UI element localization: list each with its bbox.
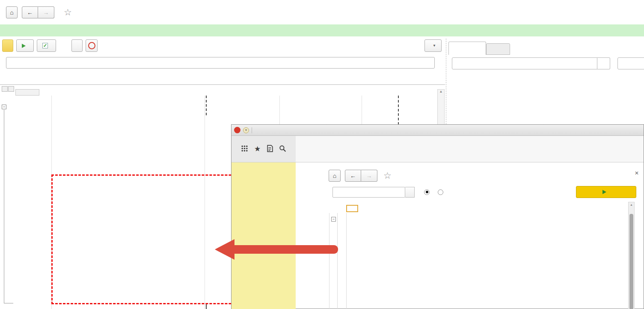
status-banner [0,24,644,36]
screen: ⌂ ← → ☆ ✓ ▼ − [0,0,644,309]
outline-bracket [4,110,4,303]
play-icon [602,190,606,194]
apps-menu-icon[interactable] [241,145,248,153]
generate-button[interactable] [576,186,636,198]
tab-fields[interactable] [486,43,510,55]
help-icon [88,42,95,49]
toolbar: ✓ ▼ [0,36,445,55]
annotation-arrow [234,245,338,254]
scrollbar-thumb[interactable] [629,214,633,309]
fulltext-search-input[interactable] [617,57,644,69]
search-icon[interactable] [279,145,286,153]
play-icon [22,44,26,48]
favorite-star-icon[interactable]: ☆ [64,7,72,18]
movements-report[interactable]: − ▲ [326,202,644,309]
page-break-line [206,96,207,115]
save-and-close-button[interactable] [2,39,13,52]
erp-tabbar: ★ [231,136,644,162]
erp-favorite-star-icon[interactable]: ☆ [383,171,392,181]
1c-logo-icon [234,127,240,133]
history-nav: ← → [22,6,54,18]
row-headers [15,96,39,309]
radio-horizontal[interactable] [438,189,443,195]
panel-divider[interactable] [446,39,446,124]
erp-panel-tools: ★ [231,136,296,162]
group-level-1-button[interactable] [2,86,8,92]
erp-titlebar[interactable]: ▼ [231,125,644,136]
tab-scenarios[interactable] [448,42,486,55]
erp-back-button[interactable]: ← [345,170,361,182]
forward-icon: → [43,9,49,16]
top-navbar: ⌂ ← → ☆ [0,0,644,24]
run-button[interactable] [16,39,34,52]
report-vertical-scrollbar[interactable]: ▲ [628,202,635,309]
erp-sections-sidebar [231,162,296,309]
more-button[interactable]: ▼ [424,39,442,52]
erp-home-button[interactable]: ⌂ [329,170,341,182]
system-menu-icon[interactable]: ▼ [243,127,249,133]
document-picker-button[interactable] [405,187,415,198]
back-icon: ← [27,9,33,16]
radio-vertical[interactable] [424,189,430,195]
home-icon: ⌂ [10,9,13,16]
right-panel [448,39,644,124]
corner-cell[interactable] [15,89,39,96]
back-button[interactable]: ← [22,6,38,18]
page-break-line [398,96,399,125]
group-level-2-button[interactable] [8,86,14,92]
erp-form-nav: ⌂ ← → ☆ [329,170,396,182]
forward-button[interactable]: → [38,6,54,18]
history-icon[interactable] [267,145,273,153]
close-button[interactable] [71,39,83,52]
annotation-arrow-head [215,239,234,260]
help-button[interactable] [86,39,98,52]
erp-window: ▼ ★ ⌂ ← → ☆ ✕ [231,124,644,309]
id-input[interactable] [6,57,435,69]
id-row [0,55,445,71]
erp-form-close-icon[interactable]: ✕ [635,170,639,176]
scroll-up-icon[interactable]: ▲ [629,202,634,207]
chevron-down-icon: ▼ [433,44,436,48]
active-cell[interactable] [346,205,358,212]
home-button[interactable]: ⌂ [6,6,18,18]
collapse-group-icon[interactable]: − [2,105,6,109]
back-icon: ← [350,172,356,179]
erp-history-nav: ← → [345,170,377,182]
search-input[interactable] [452,57,597,69]
page-break-line [206,304,207,309]
main-scenario-button[interactable]: ✓ [37,39,56,52]
clear-search-button[interactable] [597,57,610,69]
home-icon: ⌂ [333,172,336,179]
collapse-group-icon[interactable]: − [331,217,336,222]
document-input[interactable] [332,187,405,198]
editor-tabs [0,71,445,84]
forward-icon: → [366,172,372,179]
outline-bracket-end [4,303,13,303]
erp-forward-button[interactable]: → [361,170,377,182]
checkbox-icon: ✓ [42,43,48,48]
search-group [452,57,610,69]
favorites-icon[interactable]: ★ [254,144,261,153]
